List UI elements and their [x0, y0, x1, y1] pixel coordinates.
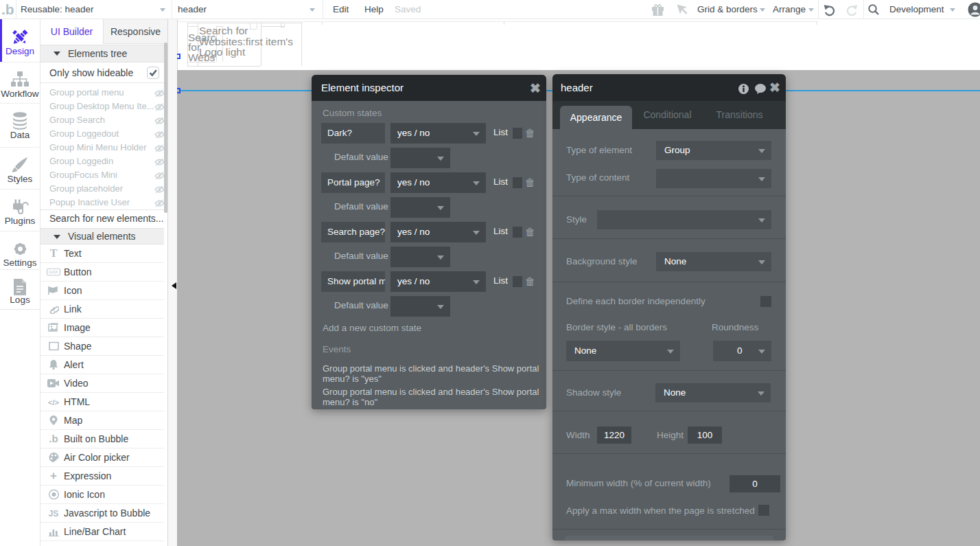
svg-text:CLICK: CLICK — [49, 271, 58, 274]
